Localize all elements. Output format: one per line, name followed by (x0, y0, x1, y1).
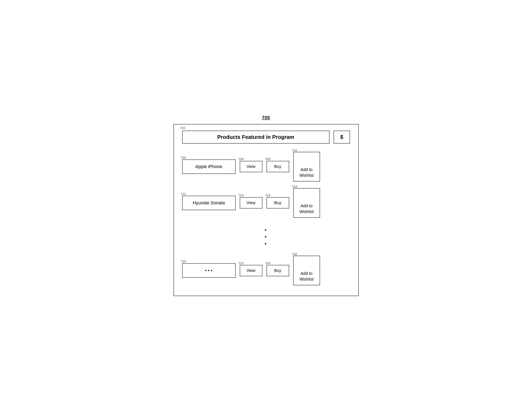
wishlist-button-last[interactable]: 726 Add to Wishlist (293, 256, 320, 285)
dot-3: • (265, 240, 267, 247)
wishlist-button-1[interactable]: 710 Add to Wishlist (293, 152, 320, 182)
header-row: 702 Products Featured in Program $ (182, 131, 350, 144)
view-label-1: View (247, 164, 255, 169)
ref-726: 726 (292, 252, 297, 256)
page-wrapper: 700 702 Products Featured in Program $ 7… (173, 115, 359, 296)
outer-frame: 702 Products Featured in Program $ 704 A… (173, 124, 359, 296)
product-name-ellipsis: 720 • • • (182, 263, 236, 278)
product-name-label: Apple iPhone (195, 164, 222, 169)
buy-button-1[interactable]: 708 Buy (266, 161, 289, 172)
wishlist-button-2[interactable]: 718 Add to Wishlist (293, 188, 320, 218)
view-label-2: View (247, 200, 255, 205)
product-ellipsis-label: • • • (205, 268, 212, 273)
ref-724: 724 (265, 261, 270, 265)
ref-712: 712 (181, 192, 186, 196)
view-button-2[interactable]: 714 View (240, 197, 262, 208)
dots-separator: • • • (182, 224, 350, 249)
header-title: Products Featured in Program (217, 134, 294, 140)
ref-704: 704 (181, 156, 186, 159)
ref-702: 702 (180, 126, 186, 130)
product-row-2: 712 Hyundai Sonata 714 View 716 Buy 718 … (182, 188, 350, 218)
buy-label-last: Buy (274, 268, 281, 273)
wishlist-label-1: Add to Wishlist (299, 167, 314, 177)
buy-button-last[interactable]: 724 Buy (266, 265, 289, 276)
wishlist-label-last: Add to Wishlist (299, 271, 314, 281)
ref-718: 718 (292, 184, 297, 189)
product-rows: 704 Apple iPhone 706 View 708 Buy 710 Ad… (182, 152, 350, 285)
dot-1: • (265, 226, 267, 234)
buy-label-1: Buy (274, 164, 281, 169)
view-button-1[interactable]: 706 View (240, 161, 262, 172)
ref-710: 710 (292, 148, 297, 152)
ref-714: 714 (238, 194, 244, 197)
buy-label-2: Buy (274, 200, 281, 205)
ref-708: 708 (265, 157, 270, 161)
dot-2: • (265, 233, 267, 240)
ref-720: 720 (181, 260, 186, 263)
view-label-last: View (247, 268, 255, 273)
view-button-last[interactable]: 722 View (240, 265, 262, 276)
ref-722: 722 (238, 261, 244, 265)
product-row-last: 720 • • • 722 View 724 Buy 726 Add to Wi… (182, 256, 350, 285)
buy-button-2[interactable]: 716 Buy (266, 197, 289, 208)
header-title-box: Products Featured in Program (182, 131, 330, 144)
ref-716: 716 (265, 194, 270, 197)
ref-706: 706 (238, 157, 244, 161)
wishlist-label-2: Add to Wishlist (299, 204, 314, 214)
product-name-label-2: Hyundai Sonata (193, 200, 225, 206)
dollar-sign: $ (340, 134, 343, 140)
product-name-apple-iphone: 704 Apple iPhone (182, 159, 236, 174)
product-row-1: 704 Apple iPhone 706 View 708 Buy 710 Ad… (182, 152, 350, 182)
product-name-hyundai-sonata: 712 Hyundai Sonata (182, 196, 236, 210)
figure-label: 700 (262, 115, 270, 120)
dollar-box: $ (334, 131, 350, 144)
